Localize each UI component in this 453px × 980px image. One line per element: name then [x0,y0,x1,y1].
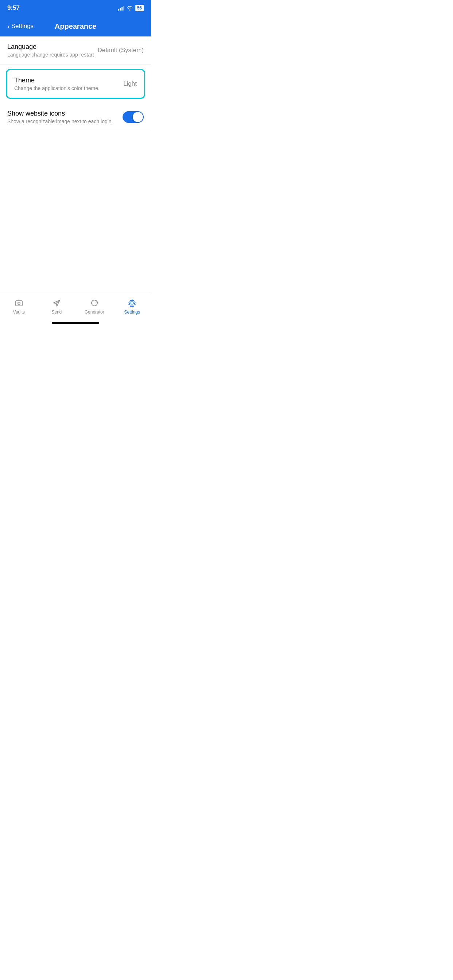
toggle-knob [133,112,143,122]
website-icons-subtitle: Show a recognizable image next to each l… [7,118,123,124]
back-button[interactable]: ‹ Settings [7,22,33,30]
theme-title: Theme [14,76,120,84]
language-subtitle: Language change requires app restart [7,52,94,57]
theme-setting-item[interactable]: Theme Change the application's color the… [6,69,145,99]
battery-icon: 56 [135,5,144,11]
signal-bars-icon [118,5,124,11]
language-value: Default (System) [97,47,144,54]
settings-icon [127,298,137,308]
tab-vaults-label: Vaults [13,310,25,315]
website-icons-setting-item[interactable]: Show website icons Show a recognizable i… [0,103,151,131]
svg-point-3 [19,303,19,304]
back-chevron-icon: ‹ [7,22,10,30]
tab-vaults[interactable]: Vaults [0,298,38,315]
website-icons-title: Show website icons [7,110,123,118]
generator-icon [89,298,100,308]
theme-subtitle: Change the application's color theme. [14,85,120,91]
theme-value: Light [123,80,137,88]
send-icon [51,298,62,308]
svg-point-6 [131,302,134,304]
status-bar: 9:57 56 [0,0,151,16]
status-icons: 56 [118,5,144,11]
language-setting-item[interactable]: Language Language change requires app re… [0,37,151,65]
tab-generator-label: Generator [85,310,104,315]
status-time: 9:57 [7,5,20,12]
tab-generator[interactable]: Generator [75,298,113,315]
nav-bar: ‹ Settings Appearance [0,16,151,37]
tab-send[interactable]: Send [38,298,76,315]
home-indicator [52,322,99,324]
language-setting-left: Language Language change requires app re… [7,43,94,57]
website-icons-toggle[interactable] [123,111,144,123]
language-title: Language [7,43,94,51]
tab-send-label: Send [51,310,62,315]
tab-settings-label: Settings [124,310,140,315]
back-button-label: Settings [11,22,33,30]
settings-content: Language Language change requires app re… [0,37,151,131]
website-icons-setting-left: Show website icons Show a recognizable i… [7,110,123,124]
vaults-icon [14,298,24,308]
page-title: Appearance [55,22,97,30]
tab-settings[interactable]: Settings [113,298,152,315]
wifi-icon [126,5,133,11]
theme-setting-left: Theme Change the application's color the… [14,76,120,91]
